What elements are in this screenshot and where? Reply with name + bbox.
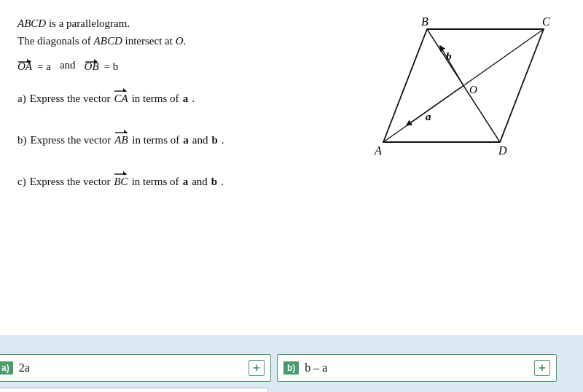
answer-row-ab: a) 2a + b) b – a + <box>0 354 557 382</box>
q-a-text2: in terms of <box>132 90 179 107</box>
expand-button-a[interactable]: + <box>249 360 265 376</box>
q-c-label: c) <box>17 173 26 190</box>
ob-vector-def: OB = b <box>85 57 119 73</box>
label-a-vertex: A <box>374 144 382 157</box>
intro-line1: ABCD is a parallelogram. The diagonals o… <box>17 15 347 50</box>
vec-bc-def: BC <box>114 169 128 190</box>
parallelogram-diagram: B C A D O a b <box>361 15 558 168</box>
answer-box-c[interactable]: c) + <box>0 388 268 392</box>
svg-line-15 <box>440 46 463 86</box>
vec-bc: BC <box>114 169 128 190</box>
q-c-text3: . <box>221 173 224 190</box>
q-c-bold1: a <box>183 173 189 190</box>
q-b-text3: . <box>222 131 224 149</box>
answer-value-a: 2a <box>19 361 244 375</box>
abcd-parallelogram: ABCD is a parallelogram. <box>17 17 130 29</box>
vec-ob: OB <box>85 57 99 73</box>
q-b-bold2: b <box>211 131 217 149</box>
svg-line-14 <box>407 86 463 126</box>
label-a-vec: a <box>426 111 431 122</box>
vec-ab: AB <box>114 128 128 149</box>
q-a-text3: . <box>192 90 195 107</box>
answer-label-a: a) <box>0 361 13 375</box>
diagonals-text: The diagonals of ABCD intersect at O. <box>17 35 186 47</box>
question-c: c) Express the vector BC in terms of a a… <box>17 169 347 190</box>
q-b-text2: in terms of <box>132 131 179 149</box>
answer-area: a) 2a + b) b – a + c) + <box>0 347 566 392</box>
q-c-text2: in terms of <box>132 173 179 190</box>
vec-oa: OA <box>17 57 32 73</box>
q-a-text1: Express the vector <box>30 90 111 107</box>
vec-ca-def: CA <box>114 86 128 107</box>
label-o: O <box>469 84 477 95</box>
q-b-bold1: a <box>183 131 189 149</box>
label-c: C <box>542 15 550 28</box>
q-a-label: a) <box>17 90 26 107</box>
vec-ca: CA <box>114 86 128 107</box>
label-b: B <box>421 15 429 28</box>
q-b-text1: Express the vector <box>31 131 111 149</box>
q-b-label: b) <box>17 131 27 149</box>
question-a: a) Express the vector CA in terms of a. <box>17 86 347 107</box>
vector-definitions: OA = a and OB = b <box>17 57 347 73</box>
vec-ab-def: AB <box>114 128 128 149</box>
top-section: ABCD is a parallelogram. The diagonals o… <box>17 15 566 190</box>
expand-button-b[interactable]: + <box>534 360 550 376</box>
problem-text: ABCD is a parallelogram. The diagonals o… <box>17 15 361 190</box>
q-c-text1: Express the vector <box>30 173 111 190</box>
label-b-vec: b <box>446 50 452 62</box>
q-c-bold2: b <box>211 173 217 190</box>
q-b-and: and <box>192 131 208 149</box>
answer-value-b: b – a <box>305 361 530 375</box>
q-c-and: and <box>192 173 208 190</box>
q-a-bold: a <box>183 90 189 107</box>
oa-vector-def: OA = a <box>17 57 51 73</box>
answer-box-b[interactable]: b) b – a + <box>277 354 557 382</box>
answer-box-a[interactable]: a) 2a + <box>0 354 271 382</box>
and-text: and <box>60 59 76 71</box>
ob-equals-b: = b <box>104 60 119 73</box>
main-content: ABCD is a parallelogram. The diagonals o… <box>0 0 583 335</box>
answer-label-b: b) <box>283 361 299 375</box>
oa-equals-a: = a <box>37 60 51 73</box>
answer-row-c: c) + <box>0 388 557 392</box>
question-b: b) Express the vector AB in terms of a a… <box>17 128 347 149</box>
diagram: B C A D O a b <box>361 15 566 170</box>
label-d: D <box>498 144 507 157</box>
